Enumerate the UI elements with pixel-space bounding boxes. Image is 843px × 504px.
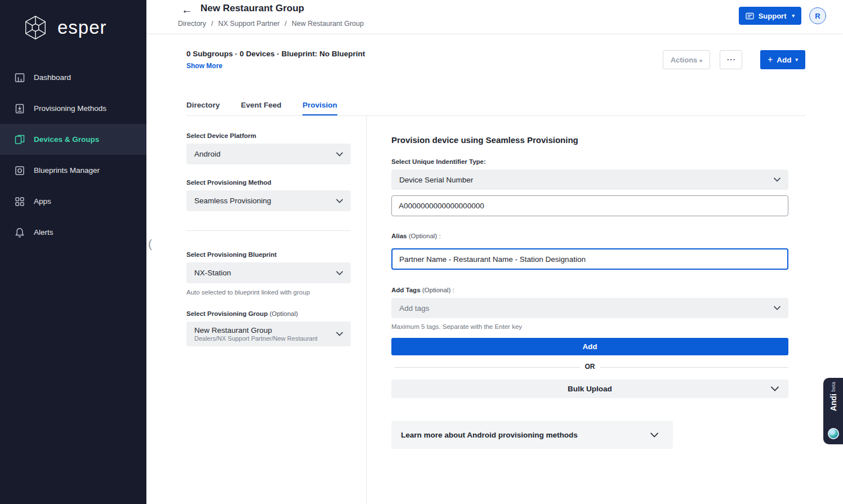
add-button[interactable]: + Add ▾	[760, 50, 805, 69]
bulk-upload-label: Bulk Upload	[568, 385, 612, 393]
blueprints-manager-icon	[14, 165, 25, 176]
group-summary-text: 0 Subgroups · 0 Devices · Blueprint: No …	[186, 50, 365, 58]
blueprint-helper-text: Auto selected to blueprint linked with g…	[186, 289, 351, 296]
sidebar-item-label: Apps	[34, 197, 51, 206]
bulk-upload-expander[interactable]: Bulk Upload	[391, 380, 788, 398]
tab-bar-divider	[186, 115, 805, 116]
chevron-down-icon	[336, 332, 343, 336]
andi-assistant-tab[interactable]: beta Andi	[823, 378, 843, 444]
serial-number-input[interactable]	[391, 195, 788, 216]
provisioning-group-value-stack: New Restaurant Group Dealers/NX Support …	[194, 325, 318, 342]
add-tags-label-text: Add Tags	[391, 287, 421, 293]
ellipsis-icon: ⋯	[726, 55, 735, 64]
breadcrumb-separator: /	[285, 20, 287, 28]
chevron-down-icon	[771, 386, 779, 391]
plus-icon: +	[768, 55, 773, 65]
breadcrumb-separator: /	[211, 20, 213, 28]
panel-heading: Provision device using Seamless Provisio…	[391, 135, 805, 145]
caret-down-icon: ▾	[699, 58, 702, 64]
learn-more-expander[interactable]: Learn more about Android provisioning me…	[391, 421, 673, 449]
provisioning-blueprint-label: Select Provisioning Blueprint	[186, 251, 351, 258]
esper-logo-icon	[23, 15, 48, 41]
summary-actions: Actions▾ ⋯ + Add ▾	[663, 50, 805, 69]
sidebar-item-alerts[interactable]: Alerts	[0, 217, 146, 248]
more-options-button[interactable]: ⋯	[720, 50, 742, 69]
sidebar-item-label: Devices & Groups	[34, 135, 99, 144]
sidebar: esper Dashboard Provisioning Methods Dev…	[0, 0, 146, 504]
provision-config-column: Select Device Platform Android Select Pr…	[186, 116, 367, 504]
content: 0 Subgroups · 0 Devices · Blueprint: No …	[146, 50, 843, 504]
identifier-type-value: Device Serial Number	[399, 176, 473, 184]
show-more-link[interactable]: Show More	[186, 62, 222, 70]
add-device-button[interactable]: Add	[391, 338, 788, 355]
sidebar-item-label: Blueprints Manager	[34, 166, 100, 175]
sidebar-item-apps[interactable]: Apps	[0, 186, 146, 217]
provisioning-group-path: Dealers/NX Support Partner/New Restauran…	[194, 335, 318, 342]
sidebar-collapse-handle[interactable]: (	[148, 238, 152, 249]
sidebar-nav: Dashboard Provisioning Methods Devices &…	[0, 62, 146, 248]
group-summary-row: 0 Subgroups · 0 Devices · Blueprint: No …	[186, 50, 805, 70]
group-summary: 0 Subgroups · 0 Devices · Blueprint: No …	[186, 50, 365, 70]
tab-event-feed[interactable]: Event Feed	[241, 101, 282, 116]
sidebar-item-label: Provisioning Methods	[34, 104, 106, 113]
andi-icon	[828, 428, 839, 439]
sidebar-item-provisioning-methods[interactable]: Provisioning Methods	[0, 93, 146, 124]
provisioning-method-dropdown[interactable]: Seamless Provisioning	[186, 190, 351, 211]
provisioning-blueprint-field: Select Provisioning Blueprint NX-Station…	[186, 251, 351, 296]
identifier-type-dropdown[interactable]: Device Serial Number	[391, 170, 788, 190]
esper-logo-text: esper	[57, 17, 107, 38]
support-icon	[746, 12, 754, 20]
add-tags-label: Add Tags (Optional) :	[391, 287, 805, 293]
add-tags-dropdown[interactable]: Add tags	[391, 298, 788, 318]
chevron-down-icon	[336, 199, 343, 203]
provisioning-group-dropdown[interactable]: New Restaurant Group Dealers/NX Support …	[186, 322, 351, 346]
or-label: OR	[580, 363, 600, 371]
chevron-down-icon	[336, 271, 343, 275]
tab-directory[interactable]: Directory	[186, 101, 220, 116]
tab-provision[interactable]: Provision	[302, 101, 337, 116]
header-actions: Support ▾ R	[739, 7, 826, 25]
provision-layout: Select Device Platform Android Select Pr…	[186, 116, 805, 504]
main-area: ← New Restaurant Group Directory / NX Su…	[146, 0, 843, 504]
alias-label: Alias (Optional) :	[391, 233, 805, 239]
chevron-down-icon	[650, 432, 658, 438]
provisioning-blueprint-dropdown[interactable]: NX-Station	[186, 262, 351, 283]
sidebar-item-label: Dashboard	[34, 73, 71, 82]
seamless-provisioning-panel: Provision device using Seamless Provisio…	[367, 116, 805, 504]
chevron-down-icon	[336, 152, 343, 157]
breadcrumb-directory[interactable]: Directory	[178, 20, 206, 28]
support-button[interactable]: Support ▾	[739, 7, 801, 25]
avatar[interactable]: R	[809, 7, 826, 24]
devices-groups-icon	[14, 134, 25, 145]
add-label: Add	[777, 56, 791, 64]
chevron-down-icon	[774, 306, 780, 310]
provisioning-group-field: Select Provisioning Group (Optional) New…	[186, 310, 351, 346]
tags-helper-text: Maximum 5 tags. Separate with the Enter …	[391, 323, 805, 330]
add-tags-placeholder: Add tags	[399, 304, 429, 313]
or-divider: OR	[391, 363, 788, 372]
page-header: ← New Restaurant Group Directory / NX Su…	[146, 0, 843, 33]
provisioning-group-label: Select Provisioning Group (Optional)	[186, 310, 351, 317]
sidebar-item-dashboard[interactable]: Dashboard	[0, 62, 146, 93]
device-platform-value: Android	[194, 150, 221, 158]
page-title: New Restaurant Group	[200, 3, 304, 14]
alias-input[interactable]	[391, 248, 788, 270]
actions-label: Actions	[671, 56, 698, 64]
actions-button[interactable]: Actions▾	[663, 50, 710, 69]
provisioning-method-field: Select Provisioning Method Seamless Prov…	[186, 179, 351, 211]
andi-beta-label: beta	[831, 382, 836, 392]
breadcrumb: Directory / NX Support Partner / New Res…	[178, 20, 364, 28]
breadcrumb-partner[interactable]: NX Support Partner	[218, 20, 280, 28]
optional-hint: (Optional) :	[409, 233, 441, 239]
device-platform-field: Select Device Platform Android	[186, 132, 351, 164]
caret-down-icon: ▾	[795, 57, 798, 63]
back-arrow-icon[interactable]: ←	[179, 2, 195, 17]
provisioning-methods-icon	[14, 103, 25, 114]
sidebar-item-blueprints-manager[interactable]: Blueprints Manager	[0, 155, 146, 186]
provisioning-group-value: New Restaurant Group	[194, 325, 318, 335]
device-platform-dropdown[interactable]: Android	[186, 144, 351, 164]
optional-hint: (Optional)	[270, 310, 298, 317]
sidebar-item-devices-groups[interactable]: Devices & Groups	[0, 124, 146, 155]
caret-down-icon: ▾	[792, 13, 795, 19]
sidebar-item-label: Alerts	[34, 228, 53, 237]
